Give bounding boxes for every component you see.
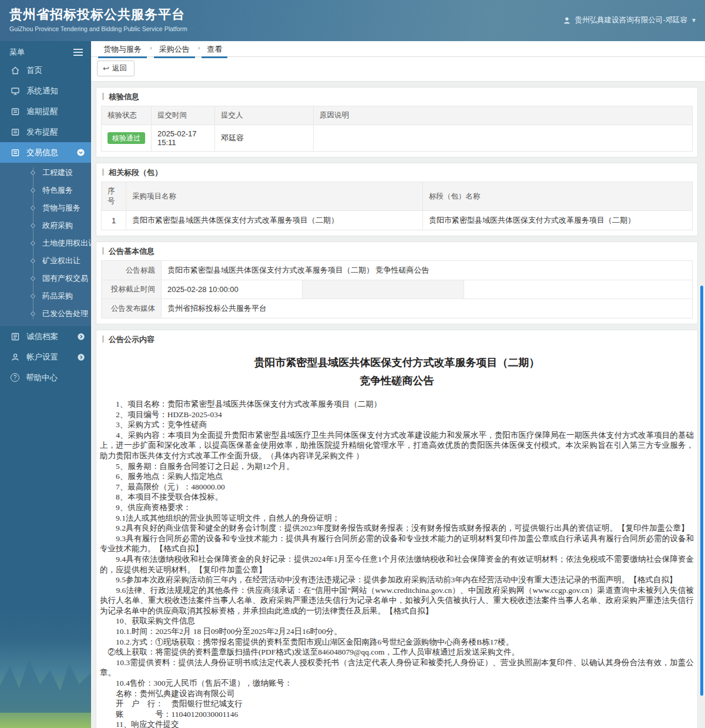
document-paragraph: 9、供应商资格要求：	[100, 502, 694, 513]
hamburger-icon[interactable]	[73, 52, 83, 53]
chevron-down-circle-icon	[76, 148, 85, 157]
field-label: 公告标题	[102, 261, 162, 280]
sidebar-item-label: 首页	[26, 65, 42, 76]
folder-icon	[11, 128, 20, 137]
document-paragraph: 9.4具有依法缴纳税收和社会保障资金的良好记录：提供2024年1月至今任意1个月…	[100, 554, 694, 575]
section-name-value: 贵阳市紧密型县域医共体医保支付方式改革服务项目（二期）	[423, 211, 693, 230]
diamond-bullet-icon	[31, 206, 35, 210]
sidebar-item-account-settings[interactable]: 帐户设置	[0, 347, 91, 367]
sidebar-item-label: 交易信息	[26, 147, 58, 158]
breadcrumb-goods-services[interactable]: 货物与服务	[98, 41, 147, 58]
diamond-bullet-icon	[31, 259, 35, 263]
document-paragraph: 1、项目名称：贵阳市紧密型县域医共体医保支付方式改革服务项目（二期）	[100, 399, 694, 410]
document-paragraph: 9.6法律、行政法规规定的其他条件：供应商须承诺：在“信用中国”网站（www.c…	[100, 585, 694, 616]
sidebar-item-credit-archive[interactable]: 诚信档案	[0, 326, 91, 347]
user-menu[interactable]: 贵州弘典建设咨询有限公司-邓廷容 ▼	[563, 15, 697, 25]
project-name-value: 贵阳市紧密型县域医共体医保支付方式改革服务项目（二期）	[126, 211, 423, 230]
basic-info-table: 公告标题 贵阳市紧密型县域医共体医保支付方式改革服务项目（二期） 竞争性磋商公告…	[101, 260, 693, 318]
user-name: 贵州弘典建设咨询有限公司-邓廷容	[575, 15, 687, 25]
folder-icon	[11, 107, 20, 116]
basic-info-title: 公告基本信息	[96, 242, 697, 260]
breadcrumb: 货物与服务›采购公告›查看	[91, 41, 705, 57]
document-paragraph: 5、服务期：自服务合同签订之日起，为期12个月。	[100, 461, 694, 472]
chevron-right-circle-icon	[77, 333, 85, 341]
reason-value	[314, 125, 693, 152]
sidebar-subitem-label: 土地使用权出让	[42, 239, 91, 247]
folder-icon	[11, 148, 20, 157]
sidebar-item-label: 发布提醒	[26, 127, 58, 137]
document-paragraph: 10、获取采购文件信息	[100, 616, 694, 626]
sidebar-subitem[interactable]: 政府采购	[0, 217, 91, 234]
back-button[interactable]: ↩ 返回	[97, 61, 135, 76]
menu-label: 菜单	[9, 47, 25, 58]
sidebar-subitem[interactable]: 矿业权出让	[0, 252, 91, 270]
sidebar-subitem-label: 政府采购	[42, 221, 73, 230]
sidebar-subitem[interactable]: 货物与服务	[0, 199, 91, 217]
document-paragraph: 10.1.时间：2025年2月 18 日09时00分至2025年2月24日16时…	[100, 626, 694, 637]
sidebar-subitem[interactable]: 国有产权交易	[0, 270, 91, 287]
status-badge: 核验通过	[108, 132, 145, 144]
empty-label-cell	[303, 280, 464, 299]
announcement-title: 公告公示内容	[96, 330, 697, 348]
sidebar-item-help-center[interactable]: ? 帮助中心	[0, 367, 91, 388]
submit-time-value: 2025-02-17 15:11	[152, 125, 215, 152]
table-row: 核验通过 2025-02-17 15:11 邓廷容	[102, 125, 693, 152]
document-title-line1: 贵阳市紧密型县域医共体医保支付方式改革服务项目（二期）	[100, 354, 694, 372]
sidebar-subitem[interactable]: 土地使用权出让	[0, 234, 91, 252]
sidebar-item-publish-reminder[interactable]: 发布提醒	[0, 122, 91, 142]
user-icon	[563, 16, 571, 25]
sidebar-item-system-notice[interactable]: 系统通知	[0, 80, 91, 101]
document-paragraph: 3、采购方式：竞争性磋商	[100, 420, 694, 430]
related-sections-panel: 相关标段（包） 序号 采购项目名称 标段（包）名称 1 贵阳市紧密型县域医共体医…	[96, 163, 698, 236]
deadline-value: 2025-02-28 10:00:00	[162, 280, 303, 299]
document-paragraph: 开 户 行： 贵阳银行世纪城支行	[100, 699, 694, 709]
sidebar-item-label: 帐户设置	[26, 352, 58, 363]
diamond-bullet-icon	[31, 223, 35, 228]
sidebar-item-overdue-reminder[interactable]: 逾期提醒	[0, 101, 91, 122]
document-paragraph: 4、采购内容：本项目为全面提升贵阳市紧密型县域医疗卫生共同体医保支付方式改革建设…	[100, 430, 694, 461]
announcement-document: 贵阳市紧密型县域医共体医保支付方式改革服务项目（二期） 竞争性磋商公告 1、项目…	[96, 354, 697, 728]
toolbar: ↩ 返回	[91, 57, 705, 82]
document-paragraph: 9.2具有良好的商业信誉和健全的财务会计制度：提供2023年度财务报告或财务报表…	[100, 523, 694, 534]
diamond-bullet-icon	[31, 276, 35, 281]
document-title-line2: 竞争性磋商公告	[100, 372, 694, 390]
col-section-name: 标段（包）名称	[423, 182, 693, 211]
verification-panel: 核验信息 核验状态 提交时间 提交人 原因说明 核验通过 2025-02-17 …	[96, 87, 698, 157]
sidebar-item-transaction-info[interactable]: 交易信息	[0, 142, 91, 163]
announcement-panel: 公告公示内容 贵阳市紧密型县域医共体医保支付方式改革服务项目（二期） 竞争性磋商…	[96, 330, 698, 728]
sidebar-subitem-label: 药品采购	[42, 291, 73, 300]
sidebar-item-home[interactable]: 首页	[0, 60, 91, 80]
diamond-bullet-icon	[31, 170, 35, 175]
document-paragraph: 2、项目编号：HDZB-2025-034	[100, 410, 694, 420]
breadcrumb-separator: ›	[148, 41, 154, 53]
document-paragraph: ②线上获取：将需提供的资料盖章版扫描件(PDF格式)发送至846048079@q…	[100, 647, 694, 657]
empty-value-cell	[464, 280, 693, 299]
main-content: 货物与服务›采购公告›查看 ↩ 返回 核验信息 核验状态 提交时间 提交人 原	[91, 41, 705, 728]
table-row: 公告发布媒体 贵州省招标投标公共服务平台	[102, 299, 693, 318]
document-paragraph: 6、服务地点：采购人指定地点	[100, 471, 694, 482]
document-paragraph: 名称：贵州弘典建设咨询有限公司	[100, 689, 694, 699]
table-row: 1 贵阳市紧密型县域医共体医保支付方式改革服务项目（二期） 贵阳市紧密型县域医共…	[102, 211, 693, 230]
submitter-value: 邓廷容	[215, 125, 314, 152]
home-icon	[11, 66, 20, 75]
breadcrumb-procurement-notice[interactable]: 采购公告	[154, 41, 195, 58]
sidebar-subitem[interactable]: 药品采购	[0, 287, 91, 305]
document-paragraph: 8、本项目不接受联合体投标。	[100, 492, 694, 502]
sidebar-subitem[interactable]: 已发公告处理	[0, 305, 91, 323]
document-paragraph: 账 号：11040120030001146	[100, 709, 694, 720]
sidebar-subitem[interactable]: 特色服务	[0, 182, 91, 199]
page: 贵州省招标投标公共服务平台 GuiZhou Province Tendering…	[0, 0, 705, 728]
sidebar-item-label: 诚信档案	[26, 331, 58, 342]
breadcrumb-view[interactable]: 查看	[202, 41, 227, 58]
related-sections-title: 相关标段（包）	[96, 163, 697, 182]
back-icon: ↩	[103, 65, 109, 72]
document-paragraph: 10.4售价：300元人民币（售后不退），缴纳账号：	[100, 678, 694, 689]
sidebar-subitem[interactable]: 工程建设	[0, 164, 91, 182]
scrollbar-thumb[interactable]	[700, 286, 703, 696]
col-submitter: 提交人	[215, 106, 314, 125]
sidebar-subitem-label: 工程建设	[42, 168, 73, 177]
col-index: 序号	[102, 182, 126, 211]
sidebar-subitem-label: 矿业权出让	[42, 256, 80, 265]
caret-down-icon: ▼	[691, 17, 697, 24]
field-label: 投标截止时间	[102, 280, 162, 299]
